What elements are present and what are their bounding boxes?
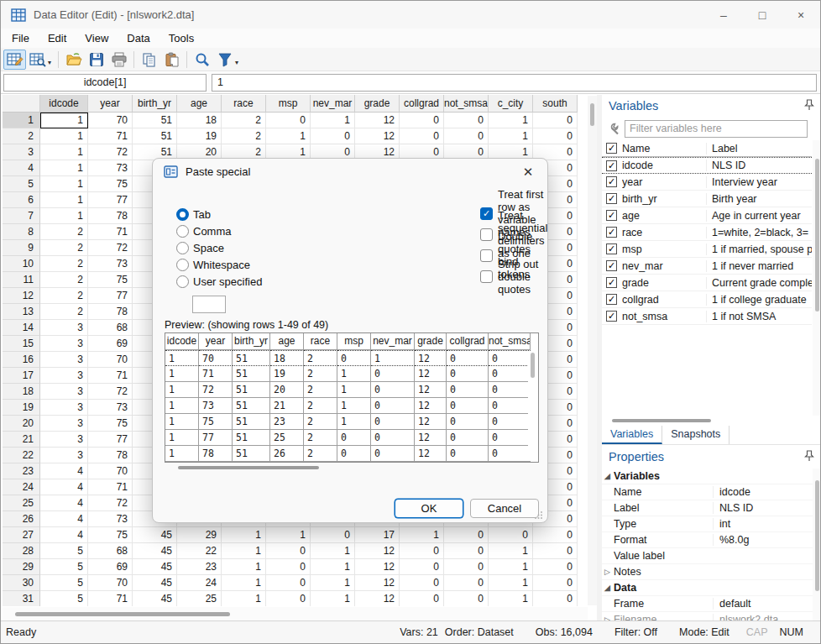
row-header-28[interactable]: 28 [3,543,40,559]
grid-cell[interactable]: 12 [355,591,400,606]
grid-cell[interactable]: 18 [177,113,222,128]
grid-cell[interactable]: 25 [177,591,222,606]
cell-value-box[interactable]: 1 [212,74,817,92]
grid-cell[interactable]: 5 [40,559,88,575]
grid-cell[interactable]: 12 [355,113,400,128]
grid-cell[interactable]: 23 [177,559,222,575]
grid-cell[interactable]: 0 [400,113,444,128]
grid-cell[interactable]: 1 [489,559,533,575]
variables-horizontal-scrollbar[interactable] [602,416,812,424]
row-header-19[interactable]: 19 [3,400,40,416]
grid-cell[interactable]: 1 [266,128,311,144]
grid-cell[interactable]: 0 [400,559,444,575]
grid-cell[interactable]: 45 [133,527,177,543]
copy-button[interactable] [138,50,160,70]
grid-cell[interactable]: 1 [489,575,533,591]
row-header-29[interactable]: 29 [3,559,40,575]
grid-cell[interactable]: 69 [88,336,133,352]
grid-cell[interactable]: 73 [88,160,133,176]
edit-mode-button[interactable] [3,50,26,70]
pin-icon[interactable] [804,450,814,462]
grid-cell[interactable]: 22 [177,543,222,559]
radio-button[interactable] [176,275,189,288]
grid-cell[interactable]: 5 [40,543,88,559]
grid-cell[interactable]: 70 [88,463,133,479]
tab-variables[interactable]: Variables [602,426,662,444]
grid-cell[interactable]: 0 [444,527,489,543]
variable-row-collgrad[interactable]: ✓collgrad1 if college graduate [602,291,812,308]
grid-cell[interactable]: 24 [177,575,222,591]
cell-reference-box[interactable]: idcode[1] [3,74,207,92]
grid-cell[interactable]: 0 [311,527,355,543]
grid-cell[interactable]: 77 [88,432,133,448]
collapsed-triangle-icon[interactable]: ▷ [602,568,614,576]
grid-cell[interactable]: 3 [40,448,88,463]
checkbox[interactable] [480,249,493,262]
grid-cell[interactable]: 0 [400,591,444,606]
grid-cell[interactable]: 2 [40,256,88,272]
grid-cell[interactable]: 1 [222,591,266,606]
variable-checkbox[interactable]: ✓ [606,176,617,187]
grid-horizontal-scrollbar[interactable] [3,607,588,620]
row-header-4[interactable]: 4 [3,160,40,176]
wrench-icon[interactable] [607,123,620,135]
column-header-not_smsa[interactable]: not_smsa [444,95,489,113]
column-header-grade[interactable]: grade [355,95,400,113]
grid-cell[interactable]: 0 [266,113,311,128]
properties-vertical-scrollbar[interactable] [813,469,821,620]
grid-cell[interactable]: 75 [88,527,133,543]
grid-cell[interactable]: 1 [40,113,88,128]
row-header-2[interactable]: 2 [3,128,40,144]
grid-cell[interactable]: 1 [311,113,355,128]
filter-dropdown-caret[interactable]: ▾ [235,59,238,66]
grid-cell[interactable]: 1 [311,591,355,606]
variable-row-birth_yr[interactable]: ✓birth_yrBirth year [602,191,812,207]
menu-tools[interactable]: Tools [159,29,203,47]
row-header-27[interactable]: 27 [3,527,40,543]
scrollbar-thumb[interactable] [612,419,711,422]
row-header-16[interactable]: 16 [3,352,40,368]
column-header-idcode[interactable]: idcode [40,95,88,113]
grid-cell[interactable]: 0 [266,575,311,591]
radio-button[interactable] [176,242,189,254]
grid-cell[interactable]: 0 [444,591,489,606]
grid-cell[interactable]: 71 [88,591,133,606]
grid-cell[interactable]: 1 [489,113,533,128]
grid-cell[interactable]: 1 [222,559,266,575]
grid-cell[interactable]: 0 [533,543,578,559]
radio-button[interactable] [176,208,189,221]
grid-cell[interactable]: 72 [88,144,133,160]
grid-cell[interactable]: 3 [40,368,88,384]
grid-cell[interactable]: 3 [40,384,88,400]
expanded-triangle-icon[interactable]: ◢ [602,584,614,592]
grid-cell[interactable]: 45 [133,575,177,591]
row-header-17[interactable]: 17 [3,368,40,384]
open-button[interactable] [62,50,85,70]
property-row[interactable]: Typeint [602,516,821,532]
resize-grip[interactable] [535,510,543,519]
grid-cell[interactable]: 71 [88,128,133,144]
row-header-21[interactable]: 21 [3,432,40,448]
variable-row-idcode[interactable]: ✓idcodeNLS ID [602,157,812,174]
grid-vertical-scrollbar[interactable] [588,96,597,605]
grid-cell[interactable]: 0 [266,591,311,606]
property-row[interactable]: ▷Filenamenlswork2.dta [602,612,821,620]
row-header-13[interactable]: 13 [3,304,40,320]
row-header-7[interactable]: 7 [3,208,40,224]
grid-cell[interactable]: 3 [40,352,88,368]
grid-cell[interactable]: 78 [88,448,133,463]
grid-cell[interactable]: 1 [311,575,355,591]
grid-cell[interactable]: 0 [533,591,578,606]
grid-cell[interactable]: 2 [40,304,88,320]
row-header-30[interactable]: 30 [3,575,40,591]
properties-section-variables[interactable]: ◢Variables [602,469,821,484]
scrollbar-thumb[interactable] [590,103,594,126]
variables-vertical-scrollbar[interactable] [813,140,821,416]
preview-vertical-scrollbar[interactable] [528,351,537,461]
grid-cell[interactable]: 2 [40,288,88,304]
grid-cell[interactable]: 75 [88,416,133,432]
pin-icon[interactable] [804,99,814,111]
radio-comma[interactable]: Comma [176,223,262,239]
grid-cell[interactable]: 73 [88,256,133,272]
grid-cell[interactable]: 0 [400,575,444,591]
